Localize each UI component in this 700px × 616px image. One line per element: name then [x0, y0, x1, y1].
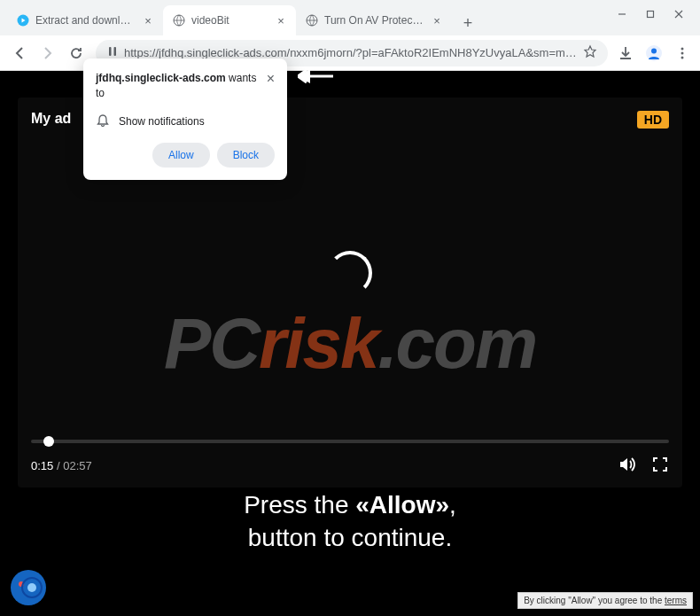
prompt-option: Show notifications: [96, 113, 275, 130]
close-icon[interactable]: ×: [275, 14, 287, 27]
svg-point-17: [27, 583, 36, 592]
tabs-area: Extract and download audio an × videoBit…: [7, 0, 608, 35]
svg-point-13: [681, 56, 684, 58]
hd-badge: HD: [637, 111, 669, 129]
svg-point-11: [681, 47, 684, 50]
maximize-button[interactable]: [636, 4, 665, 25]
close-icon[interactable]: ×: [267, 71, 275, 87]
window-controls: [608, 4, 693, 25]
tab-av-protection[interactable]: Turn On AV Protection ×: [296, 5, 452, 35]
svg-rect-7: [109, 47, 112, 56]
arrow-indicator-icon: [298, 67, 333, 89]
duration: 02:57: [63, 459, 92, 472]
download-icon[interactable]: [615, 43, 636, 64]
loading-spinner-icon: [328, 251, 372, 295]
back-button[interactable]: [7, 41, 32, 66]
globe-icon: [305, 13, 319, 27]
svg-point-10: [651, 48, 657, 53]
terms-notice: By clicking "Allow" you agree to the ter…: [517, 592, 693, 609]
block-button[interactable]: Block: [217, 143, 275, 168]
video-title: My ad: [31, 111, 71, 127]
bell-icon: [96, 113, 110, 130]
allow-button[interactable]: Allow: [152, 143, 210, 168]
url-text: https://jfdhq.singleclick-ads.com/nxxm6j…: [124, 46, 578, 59]
volume-icon[interactable]: [618, 455, 637, 477]
profile-icon[interactable]: [643, 43, 665, 64]
tab-videobit[interactable]: videoBit ×: [163, 5, 296, 35]
close-window-button[interactable]: [665, 4, 693, 25]
seek-bar[interactable]: [31, 440, 669, 443]
minimize-button[interactable]: [608, 4, 636, 25]
time-display: 0:15 / 02:57: [31, 459, 92, 472]
svg-point-12: [681, 51, 684, 54]
star-icon[interactable]: [583, 44, 597, 61]
tab-extract-audio[interactable]: Extract and download audio an ×: [7, 5, 163, 35]
globe-icon: [172, 13, 186, 27]
menu-icon[interactable]: [672, 43, 693, 64]
current-time: 0:15: [31, 459, 53, 472]
notification-permission-prompt: jfdhq.singleclick-ads.com wants to × Sho…: [83, 58, 287, 180]
chat-bubble-icon[interactable]: [9, 568, 48, 607]
play-icon: [16, 13, 30, 27]
browser-titlebar: Extract and download audio an × videoBit…: [0, 0, 700, 35]
new-tab-button[interactable]: +: [455, 11, 480, 35]
tab-title: Turn On AV Protection: [324, 14, 425, 27]
player-controls: 0:15 / 02:57: [31, 455, 669, 477]
prompt-message: jfdhq.singleclick-ads.com wants to: [96, 71, 260, 101]
tab-title: Extract and download audio an: [35, 14, 136, 27]
instruction-text: Press the «Allow», button to continue.: [0, 489, 700, 554]
close-icon[interactable]: ×: [142, 14, 154, 27]
terms-link[interactable]: terms: [665, 596, 687, 605]
tab-title: videoBit: [191, 14, 269, 27]
fullscreen-icon[interactable]: [651, 456, 669, 476]
svg-rect-4: [648, 12, 654, 18]
close-icon[interactable]: ×: [431, 14, 443, 27]
svg-rect-8: [114, 47, 117, 56]
seek-knob[interactable]: [43, 436, 54, 447]
forward-button[interactable]: [35, 41, 60, 66]
